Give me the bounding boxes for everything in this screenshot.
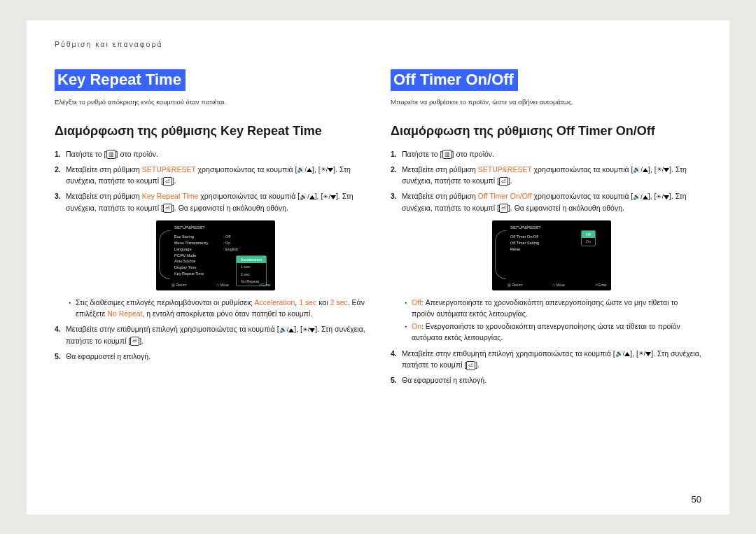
step: Μεταβείτε στην επιθυμητή επιλογή χρησιμο… — [391, 348, 701, 371]
steps-list: Πατήστε το [▥] στο προϊόν. Μεταβείτε στη… — [391, 148, 701, 386]
sub-bullets: Off: Απενεργοποιήστε το χρονοδιακόπτη απ… — [405, 297, 701, 344]
vol-up-icon: 🔊/ — [615, 349, 625, 359]
link-setup-reset: SETUP&RESET — [478, 165, 532, 174]
down-icon — [664, 195, 669, 199]
up-icon — [643, 168, 648, 172]
enter-icon: ⏎ — [499, 204, 508, 213]
osd-screenshot: SETUP&RESET Eco Saving: Off Menu Transpa… — [156, 220, 275, 290]
link-setup-reset: SETUP&RESET — [142, 165, 196, 174]
section-desc: Μπορείτε να ρυθμίσετε το προϊόν, ώστε να… — [391, 98, 701, 106]
right-column: Off Timer On/Off Μπορείτε να ρυθμίσετε τ… — [391, 69, 701, 391]
down-icon — [330, 195, 336, 199]
step: Πατήστε το [▥] στο προϊόν. — [391, 148, 701, 160]
enter-icon: ⏎ — [163, 177, 172, 186]
step: Θα εφαρμοστεί η επιλογή. — [55, 351, 365, 362]
bright-icon: ☀/ — [638, 349, 646, 359]
enter-icon: ⏎ — [163, 204, 172, 213]
bright-icon: ☀/ — [323, 192, 330, 202]
bright-icon: ☀/ — [302, 325, 310, 335]
left-column: Key Repeat Time Ελέγξτε το ρυθμό απόκρισ… — [55, 69, 365, 391]
down-icon — [664, 168, 669, 172]
enter-icon: ⏎ — [130, 337, 139, 346]
osd-footer: ▥ Return ◇ Move ⏎ Enter — [507, 283, 607, 288]
bullet: Off: Απενεργοποιήστε το χρονοδιακόπτη απ… — [405, 297, 701, 320]
osd-dropdown: Off On — [581, 230, 596, 246]
page-number: 50 — [692, 494, 701, 505]
enter-icon: ⏎ — [499, 177, 508, 186]
link-key-repeat: Key Repeat Time — [142, 192, 199, 200]
step: Μεταβείτε στη ρύθμιση Key Repeat Time χρ… — [55, 190, 365, 319]
breadcrumb: Ρύθμιση και επαναφορά — [55, 40, 701, 48]
menu-icon: ▥ — [442, 150, 452, 159]
section-title-left: Key Repeat Time — [55, 69, 186, 91]
osd-arc — [159, 230, 170, 279]
section-desc: Ελέγξτε το ρυθμό απόκρισης ενός κουμπιού… — [55, 98, 365, 106]
steps-list: Πατήστε το [▥] στο προϊόν. Μεταβείτε στη… — [55, 148, 365, 363]
vol-up-icon: 🔊/ — [279, 325, 289, 335]
up-icon — [309, 195, 315, 199]
sub-bullets: Στις διαθέσιμες επιλογές περιλαμβάνονται… — [69, 297, 365, 320]
bullet: On: Ενεργοποιήστε το χρονοδιακόπτη απενε… — [405, 321, 701, 344]
up-icon — [288, 328, 294, 332]
osd-footer: ▥ Return ◇ Move ⏎ Enter — [172, 283, 271, 288]
manual-page: Ρύθμιση και επαναφορά Key Repeat Time Ελ… — [27, 20, 729, 514]
subtitle: Διαμόρφωση της ρύθμισης Off Timer On/Off — [391, 124, 701, 139]
step: Μεταβείτε στη ρύθμιση SETUP&RESET χρησιμ… — [55, 164, 365, 187]
vol-up-icon: 🔊/ — [633, 165, 643, 175]
step: Μεταβείτε στη ρύθμιση Off Timer On/Off χ… — [391, 190, 701, 344]
osd-dropdown: Acceleration 1 sec 2 sec No Repeat — [236, 255, 267, 286]
osd-arc — [495, 230, 506, 279]
link-off-timer: Off Timer On/Off — [478, 192, 532, 200]
up-icon — [624, 352, 630, 356]
step: Θα εφαρμοστεί η επιλογή. — [391, 374, 701, 386]
bright-icon: ☀/ — [321, 165, 328, 175]
section-title-right: Off Timer On/Off — [391, 69, 518, 91]
osd-screenshot: SETUP&RESET Off Timer On/Off Off Timer S… — [492, 220, 611, 290]
bright-icon: ☀/ — [657, 165, 664, 175]
down-icon — [328, 168, 333, 172]
vol-up-icon: 🔊/ — [633, 192, 643, 202]
vol-up-icon: 🔊/ — [300, 192, 309, 202]
bright-icon: ☀/ — [656, 192, 664, 202]
up-icon — [643, 195, 648, 199]
step: Πατήστε το [▥] στο προϊόν. — [55, 148, 365, 160]
enter-icon: ⏎ — [466, 361, 475, 370]
vol-up-icon: 🔊/ — [297, 165, 307, 175]
menu-icon: ▥ — [106, 150, 116, 159]
columns: Key Repeat Time Ελέγξτε το ρυθμό απόκρισ… — [55, 69, 701, 391]
bullet: Στις διαθέσιμες επιλογές περιλαμβάνονται… — [69, 297, 365, 320]
step: Μεταβείτε στην επιθυμητή επιλογή χρησιμο… — [55, 323, 365, 346]
subtitle: Διαμόρφωση της ρύθμισης Key Repeat Time — [55, 124, 365, 139]
up-icon — [307, 168, 312, 172]
step: Μεταβείτε στη ρύθμιση SETUP&RESET χρησιμ… — [391, 164, 701, 187]
osd-header: SETUP&RESET — [174, 225, 270, 231]
